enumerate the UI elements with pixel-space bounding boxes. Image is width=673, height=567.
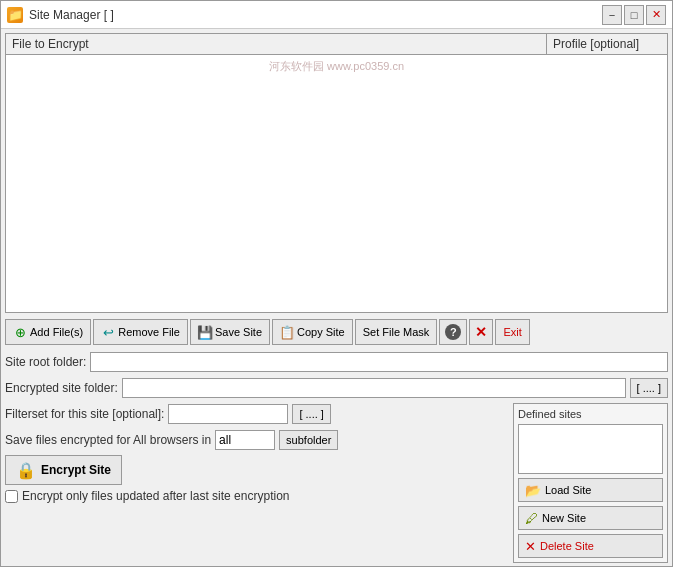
set-file-mask-button[interactable]: Set File Mask (355, 319, 438, 345)
window-controls: − □ ✕ (602, 5, 666, 25)
subfolder-button[interactable]: subfolder (279, 430, 338, 450)
new-site-label: New Site (542, 512, 586, 524)
encrypt-site-button[interactable]: 🔒 Encrypt Site (5, 455, 122, 485)
filterset-input[interactable] (168, 404, 288, 424)
defined-sites-section: Defined sites 📂 Load Site 🖊 New Site ✕ D… (513, 403, 668, 563)
copy-site-button[interactable]: 📋 Copy Site (272, 319, 353, 345)
add-icon: ⊕ (13, 325, 27, 339)
encrypted-site-browse-button[interactable]: [ .... ] (630, 378, 668, 398)
save-files-input[interactable] (215, 430, 275, 450)
bottom-section: Filterset for this site [optional]: [ ..… (5, 403, 668, 563)
toolbar: ⊕ Add File(s) ↩ Remove File 💾 Save Site … (5, 317, 668, 347)
load-site-icon: 📂 (525, 483, 541, 498)
main-content: 河东软件园 www.pc0359.cn File to Encrypt Prof… (1, 29, 672, 567)
col-profile: Profile [optional] (547, 34, 667, 54)
delete-site-label: Delete Site (540, 540, 594, 552)
help-button[interactable]: ? (439, 319, 467, 345)
close-button[interactable]: ✕ (646, 5, 666, 25)
file-table-body[interactable] (6, 55, 667, 312)
new-site-icon: 🖊 (525, 511, 538, 526)
remove-file-label: Remove File (118, 326, 180, 338)
checkbox-row: Encrypt only files updated after last si… (5, 489, 509, 503)
encrypt-btn-label: Encrypt Site (41, 463, 111, 477)
help-icon: ? (445, 324, 461, 340)
add-files-label: Add File(s) (30, 326, 83, 338)
exit-x-icon: ✕ (475, 324, 487, 340)
exit-x-button[interactable]: ✕ (469, 319, 493, 345)
add-files-button[interactable]: ⊕ Add File(s) (5, 319, 91, 345)
filterset-row: Filterset for this site [optional]: [ ..… (5, 403, 509, 425)
save-site-button[interactable]: 💾 Save Site (190, 319, 270, 345)
window-title: Site Manager [ ] (29, 8, 602, 22)
copy-site-label: Copy Site (297, 326, 345, 338)
remove-icon: ↩ (101, 325, 115, 339)
delete-site-icon: ✕ (525, 539, 536, 554)
load-site-button[interactable]: 📂 Load Site (518, 478, 663, 502)
set-file-mask-label: Set File Mask (363, 326, 430, 338)
save-site-label: Save Site (215, 326, 262, 338)
left-section: Filterset for this site [optional]: [ ..… (5, 403, 509, 563)
title-bar: 📁 Site Manager [ ] − □ ✕ (1, 1, 672, 29)
save-icon: 💾 (198, 325, 212, 339)
defined-sites-label: Defined sites (518, 408, 663, 420)
save-files-label: Save files encrypted for All browsers in (5, 433, 211, 447)
filterset-label: Filterset for this site [optional]: (5, 407, 164, 421)
col-file-encrypt: File to Encrypt (6, 34, 547, 54)
encrypt-updated-label: Encrypt only files updated after last si… (22, 489, 289, 503)
file-table: File to Encrypt Profile [optional] (5, 33, 668, 313)
filterset-browse-button[interactable]: [ .... ] (292, 404, 330, 424)
lock-icon: 🔒 (16, 461, 36, 480)
new-site-button[interactable]: 🖊 New Site (518, 506, 663, 530)
app-icon: 📁 (7, 7, 23, 23)
file-table-header: File to Encrypt Profile [optional] (6, 34, 667, 55)
load-site-label: Load Site (545, 484, 591, 496)
encrypted-site-input[interactable] (122, 378, 626, 398)
site-root-input[interactable] (90, 352, 668, 372)
exit-label: Exit (503, 326, 521, 338)
encrypt-updated-checkbox[interactable] (5, 490, 18, 503)
defined-sites-list[interactable] (518, 424, 663, 474)
maximize-button[interactable]: □ (624, 5, 644, 25)
remove-file-button[interactable]: ↩ Remove File (93, 319, 188, 345)
defined-sites-panel: Defined sites 📂 Load Site 🖊 New Site ✕ D… (513, 403, 668, 563)
encrypted-site-row: Encrypted site folder: [ .... ] (5, 377, 668, 399)
save-files-row: Save files encrypted for All browsers in… (5, 429, 509, 451)
encrypted-site-label: Encrypted site folder: (5, 381, 118, 395)
copy-icon: 📋 (280, 325, 294, 339)
minimize-button[interactable]: − (602, 5, 622, 25)
main-window: 📁 Site Manager [ ] − □ ✕ 河东软件园 www.pc035… (0, 0, 673, 567)
exit-button[interactable]: Exit (495, 319, 529, 345)
site-root-row: Site root folder: (5, 351, 668, 373)
delete-site-button[interactable]: ✕ Delete Site (518, 534, 663, 558)
site-root-label: Site root folder: (5, 355, 86, 369)
